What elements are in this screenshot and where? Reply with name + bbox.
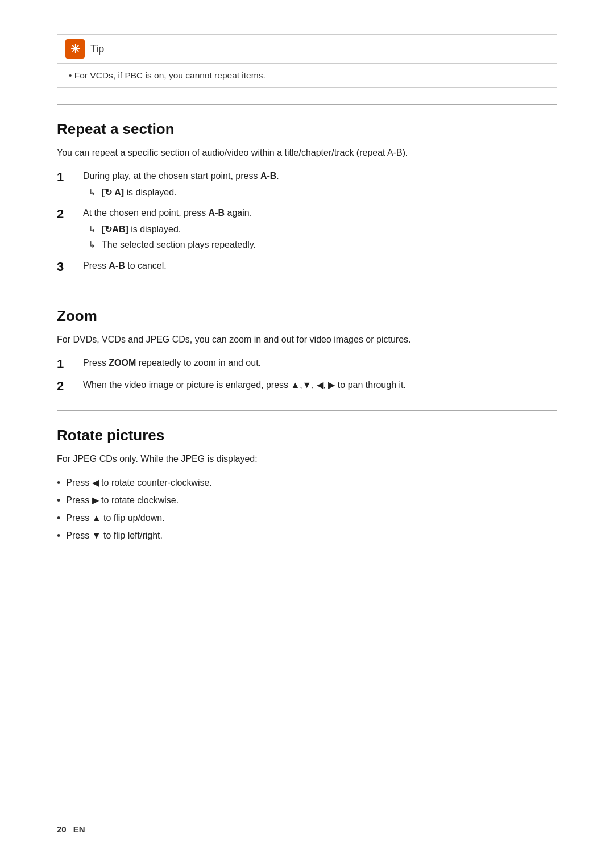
zoom-steps-list: 1 Press ZOOM repeatedly to zoom in and o… xyxy=(57,356,557,394)
zoom-section-intro: For DVDs, VCDs and JPEG CDs, you can zoo… xyxy=(57,333,557,347)
zoom-step-1-text: Press ZOOM repeatedly to zoom in and out… xyxy=(83,358,261,368)
step-2-sub-2-text: The selected section plays repeatedly. xyxy=(102,238,256,252)
divider-2 xyxy=(57,291,557,291)
page-number: 20 xyxy=(57,824,67,834)
step-2-sub-1-text: [↻AB] is displayed. xyxy=(102,223,181,237)
zoom-step-2-content: When the video image or picture is enlar… xyxy=(83,378,557,393)
repeat-step-1: 1 During play, at the chosen start point… xyxy=(57,169,557,201)
step-1-sublist: ↳ [↻ A] is displayed. xyxy=(83,186,557,200)
arrow-icon-2b: ↳ xyxy=(89,238,96,251)
bullet-1: • xyxy=(57,475,60,491)
tip-label: Tip xyxy=(90,43,104,55)
step-number-1: 1 xyxy=(57,169,73,186)
zoom-step-1-content: Press ZOOM repeatedly to zoom in and out… xyxy=(83,356,557,370)
zoom-section-title: Zoom xyxy=(57,307,557,325)
bullet-4: • xyxy=(57,528,60,544)
rotate-section-title: Rotate pictures xyxy=(57,427,557,444)
rotate-item-4: • Press ▼ to flip left/right. xyxy=(57,528,557,544)
step-number-3: 3 xyxy=(57,259,73,276)
tip-box: ✳ Tip • For VCDs, if PBC is on, you cann… xyxy=(57,34,557,88)
step-3-content: Press A-B to cancel. xyxy=(83,259,557,273)
step-3-text: Press A-B to cancel. xyxy=(83,261,167,270)
step-number-2: 2 xyxy=(57,206,73,223)
zoom-step-1: 1 Press ZOOM repeatedly to zoom in and o… xyxy=(57,356,557,373)
rotate-bullet-list: • Press ◀ to rotate counter-clockwise. •… xyxy=(57,475,557,544)
step-1-content: During play, at the chosen start point, … xyxy=(83,169,557,201)
step-2-text: At the chosen end point, press A-B again… xyxy=(83,208,252,218)
repeat-step-2: 2 At the chosen end point, press A-B aga… xyxy=(57,206,557,253)
step-1-sub-1-text: [↻ A] is displayed. xyxy=(102,186,177,200)
divider-1 xyxy=(57,104,557,105)
repeat-step-3: 3 Press A-B to cancel. xyxy=(57,259,557,276)
repeat-steps-list: 1 During play, at the chosen start point… xyxy=(57,169,557,276)
tip-content: • For VCDs, if PBC is on, you cannot rep… xyxy=(57,63,557,87)
step-2-sub-1: ↳ [↻AB] is displayed. xyxy=(83,223,557,237)
rotate-item-4-text: Press ▼ to flip left/right. xyxy=(66,528,163,543)
divider-3 xyxy=(57,410,557,411)
rotate-item-1-text: Press ◀ to rotate counter-clockwise. xyxy=(66,475,212,490)
rotate-item-3-text: Press ▲ to flip up/down. xyxy=(66,511,164,525)
zoom-step-number-2: 2 xyxy=(57,378,73,395)
step-2-sublist: ↳ [↻AB] is displayed. ↳ The selected sec… xyxy=(83,223,557,252)
rotate-item-2: • Press ▶ to rotate clockwise. xyxy=(57,493,557,508)
step-2-sub-2: ↳ The selected section plays repeatedly. xyxy=(83,238,557,252)
language-label: EN xyxy=(73,824,85,834)
step-2-content: At the chosen end point, press A-B again… xyxy=(83,206,557,253)
rotate-section-intro: For JPEG CDs only. While the JPEG is dis… xyxy=(57,452,557,466)
rotate-item-3: • Press ▲ to flip up/down. xyxy=(57,511,557,526)
rotate-item-1: • Press ◀ to rotate counter-clockwise. xyxy=(57,475,557,491)
repeat-section-intro: You can repeat a specific section of aud… xyxy=(57,146,557,160)
arrow-icon-2a: ↳ xyxy=(89,223,96,236)
zoom-step-2: 2 When the video image or picture is enl… xyxy=(57,378,557,395)
bullet-2: • xyxy=(57,493,60,508)
tip-header: ✳ Tip xyxy=(57,35,557,63)
step-1-sub-1: ↳ [↻ A] is displayed. xyxy=(83,186,557,200)
zoom-step-2-text: When the video image or picture is enlar… xyxy=(83,380,406,390)
arrow-icon-1: ↳ xyxy=(89,186,96,199)
zoom-step-number-1: 1 xyxy=(57,356,73,373)
bullet-3: • xyxy=(57,511,60,526)
repeat-section-title: Repeat a section xyxy=(57,120,557,138)
tip-text: • For VCDs, if PBC is on, you cannot rep… xyxy=(69,70,545,81)
page-footer: 20 EN xyxy=(57,824,85,834)
rotate-item-2-text: Press ▶ to rotate clockwise. xyxy=(66,493,179,508)
step-1-text: During play, at the chosen start point, … xyxy=(83,171,279,181)
tip-icon: ✳ xyxy=(65,39,85,59)
